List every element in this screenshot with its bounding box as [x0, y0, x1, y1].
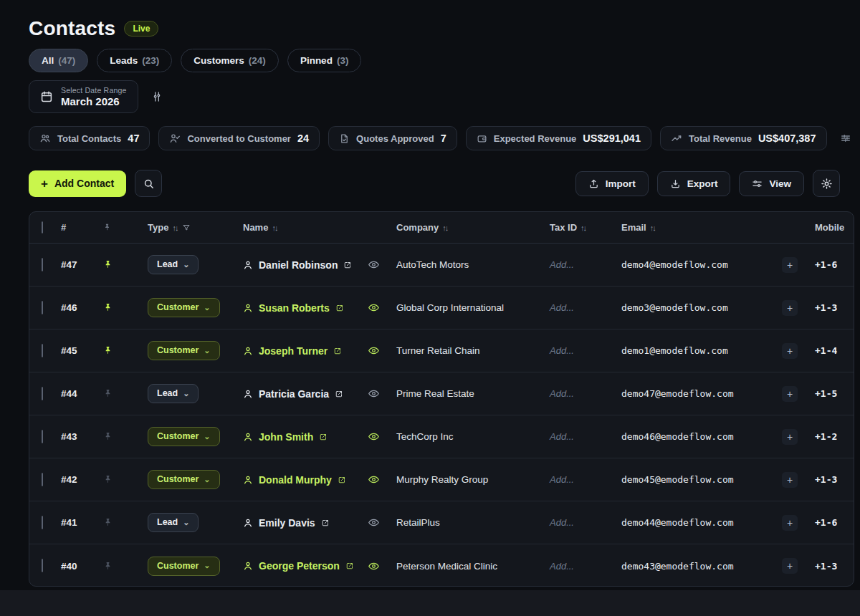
contact-name-link[interactable]: John Smith	[243, 431, 363, 443]
sort-icon[interactable]: ↑↓	[650, 223, 655, 232]
row-checkbox[interactable]	[42, 516, 43, 529]
type-badge[interactable]: Customer ⌄	[148, 298, 220, 317]
column-header-mobile[interactable]: Mobile	[815, 222, 854, 233]
sort-icon[interactable]: ↑↓	[580, 223, 586, 232]
eye-icon[interactable]	[368, 473, 396, 486]
filter-funnel-icon[interactable]	[182, 223, 191, 232]
tax-id-cell[interactable]: Add...	[550, 517, 621, 528]
tab-label: Leads	[110, 55, 138, 66]
view-button[interactable]: View	[739, 171, 804, 196]
add-contact-label: Add Contact	[54, 178, 114, 189]
select-all-checkbox[interactable]	[42, 221, 43, 234]
live-badge: Live	[124, 21, 158, 37]
adjustments-icon[interactable]	[840, 133, 851, 144]
type-label: Customer	[157, 431, 199, 441]
tab-customers[interactable]: Customers (24)	[181, 49, 279, 72]
eye-icon[interactable]	[368, 430, 396, 443]
row-checkbox[interactable]	[42, 430, 43, 443]
contact-name-link[interactable]: Susan Roberts	[243, 302, 363, 314]
tax-id-cell[interactable]: Add...	[550, 302, 621, 313]
person-icon	[243, 475, 253, 485]
pin-icon[interactable]	[102, 345, 135, 356]
contact-name-link[interactable]: Donald Murphy	[243, 474, 363, 486]
row-checkbox[interactable]	[42, 344, 43, 357]
column-header-name[interactable]: Name ↑↓	[243, 222, 363, 233]
row-checkbox[interactable]	[42, 258, 43, 271]
stat-expected-revenue: Expected Revenue US$291,041	[466, 126, 651, 150]
tab-pinned[interactable]: Pinned (3)	[287, 49, 362, 72]
eye-icon[interactable]	[368, 259, 396, 271]
contact-name-link[interactable]: Joseph Turner	[243, 345, 363, 357]
pin-icon[interactable]	[102, 388, 135, 399]
column-header-number[interactable]: #	[61, 222, 102, 233]
add-contact-button[interactable]: + Add Contact	[29, 170, 126, 197]
tax-id-cell[interactable]: Add...	[550, 259, 621, 270]
sort-icon[interactable]: ↑↓	[172, 223, 177, 232]
add-phone-button[interactable]: +	[782, 472, 798, 488]
pin-icon[interactable]	[102, 474, 135, 485]
contact-name-link[interactable]: George Peterson	[243, 560, 363, 572]
contact-name-link[interactable]: Emily Davis	[243, 517, 363, 529]
type-label: Customer	[157, 302, 199, 312]
column-header-company[interactable]: Company ↑↓	[396, 222, 550, 233]
import-button[interactable]: Import	[575, 171, 649, 196]
add-phone-button[interactable]: +	[782, 515, 798, 531]
row-checkbox[interactable]	[42, 301, 43, 314]
column-header-email[interactable]: Email ↑↓	[621, 222, 782, 233]
eye-icon[interactable]	[368, 302, 396, 314]
tab-leads[interactable]: Leads (23)	[97, 49, 172, 72]
row-checkbox[interactable]	[42, 559, 43, 572]
sort-icon[interactable]: ↑↓	[272, 223, 277, 232]
company-cell: Peterson Medical Clinic	[396, 561, 550, 572]
row-checkbox[interactable]	[42, 473, 43, 486]
eye-icon[interactable]	[368, 516, 396, 529]
tab-all[interactable]: All (47)	[29, 49, 88, 72]
contact-name-link[interactable]: Daniel Robinson	[243, 259, 363, 271]
add-phone-button[interactable]: +	[782, 343, 798, 359]
eye-icon[interactable]	[368, 388, 396, 400]
pin-icon[interactable]	[102, 259, 135, 270]
add-phone-button[interactable]: +	[782, 300, 798, 316]
type-badge[interactable]: Lead ⌄	[148, 255, 199, 274]
table-row: #40 Customer ⌄ George Peterson Peterson …	[29, 544, 854, 587]
eye-icon[interactable]	[368, 345, 396, 357]
search-button[interactable]	[135, 170, 162, 197]
add-phone-button[interactable]: +	[782, 558, 798, 574]
tax-id-cell[interactable]: Add...	[550, 561, 621, 572]
tax-id-cell[interactable]: Add...	[550, 474, 621, 485]
column-header-type[interactable]: Type ↑↓	[135, 222, 243, 233]
tax-id-cell[interactable]: Add...	[550, 345, 621, 356]
contact-name: George Peterson	[259, 560, 340, 572]
tax-id-cell[interactable]: Add...	[550, 431, 621, 442]
tax-id-cell[interactable]: Add...	[550, 388, 621, 399]
add-phone-button[interactable]: +	[782, 429, 798, 445]
column-header-pin[interactable]	[102, 223, 135, 232]
type-badge[interactable]: Lead ⌄	[148, 384, 199, 403]
type-badge[interactable]: Customer ⌄	[148, 470, 220, 489]
type-badge[interactable]: Customer ⌄	[148, 557, 220, 576]
mobile-cell: +1-5	[815, 388, 854, 399]
pin-icon[interactable]	[102, 517, 135, 528]
date-range-selector[interactable]: Select Date Range March 2026	[29, 80, 138, 113]
type-badge[interactable]: Lead ⌄	[148, 513, 199, 532]
sort-icon[interactable]: ↑↓	[442, 223, 447, 232]
eye-icon[interactable]	[368, 560, 396, 572]
settings-button[interactable]	[813, 170, 840, 197]
row-number: #40	[61, 561, 102, 572]
pin-icon[interactable]	[102, 431, 135, 442]
add-phone-button[interactable]: +	[782, 257, 798, 273]
export-button[interactable]: Export	[657, 171, 731, 196]
chevron-down-icon: ⌄	[204, 348, 210, 353]
add-phone-button[interactable]: +	[782, 386, 798, 402]
chevron-down-icon: ⌄	[183, 262, 189, 267]
table-row: #46 Customer ⌄ Susan Roberts Global Corp…	[29, 287, 854, 329]
pin-icon[interactable]	[102, 302, 135, 313]
type-badge[interactable]: Customer ⌄	[148, 427, 220, 446]
vertical-sliders-icon[interactable]	[151, 91, 163, 102]
table-row: #44 Lead ⌄ Patricia Garcia Prime Real Es…	[29, 372, 854, 415]
type-badge[interactable]: Customer ⌄	[148, 341, 220, 360]
pin-icon[interactable]	[102, 561, 135, 572]
column-header-tax-id[interactable]: Tax ID ↑↓	[550, 222, 621, 233]
contact-name-link[interactable]: Patricia Garcia	[243, 388, 363, 400]
row-checkbox[interactable]	[42, 387, 43, 400]
